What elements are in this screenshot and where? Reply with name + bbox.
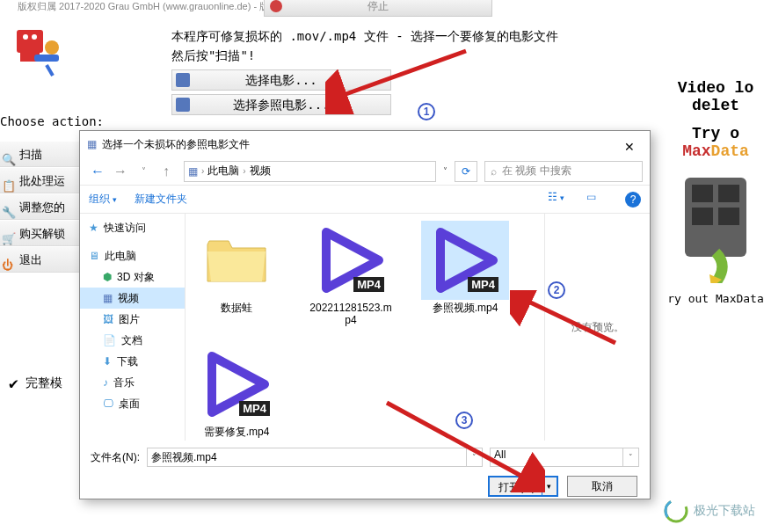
sidebar-adjust[interactable]: 🔧调整您的 (0, 193, 79, 220)
filetype-filter[interactable]: All ˅ (490, 448, 639, 467)
chevron-down-icon: ▾ (113, 195, 117, 204)
nav-videos[interactable]: ▦视频 (80, 288, 185, 309)
no-preview-text: 没有预览。 (571, 320, 624, 335)
close-button[interactable]: ✕ (616, 134, 643, 155)
watermark: 极光下载站 (664, 499, 755, 523)
instruction-line-1: 本程序可修复损坏的 .mov/.mp4 文件 - 选择一个要修复的电影文件 (171, 26, 558, 46)
dialog-nav-bar: ← → ˅ ↑ ▦ › 此电脑 › 视频 ˅ ⟳ ⌕ 在 视频 中搜索 (80, 157, 650, 186)
nav-forward-button[interactable]: → (110, 161, 131, 182)
chevron-down-icon[interactable]: ˅ (443, 166, 447, 176)
star-icon: ★ (89, 222, 98, 234)
svg-rect-8 (692, 185, 713, 202)
music-icon: ♪ (103, 376, 108, 389)
organize-menu[interactable]: 组织 ▾ (89, 192, 117, 207)
crumb-videos[interactable]: 视频 (250, 164, 271, 179)
svg-rect-10 (692, 208, 713, 225)
instruction-line-2: 然后按"扫描"! (171, 46, 558, 65)
mp4-icon: MP4 (316, 225, 386, 295)
svg-point-1 (23, 34, 28, 40)
dialog-footer: 文件名(N): 参照视频.mp4 ˅ All ˅ 打开(O) 取消 (80, 441, 650, 500)
file-name-label: 数据蛙 (193, 302, 280, 314)
nav-pictures[interactable]: 🖼图片 (80, 309, 185, 330)
file-list-pane[interactable]: 数据蛙 MP4 202211281523.mp4 MP4 参照视频.mp4 MP… (186, 214, 544, 441)
svg-point-5 (45, 40, 59, 55)
film-icon: ▦ (188, 165, 198, 178)
file-name-label: 参照视频.mp4 (421, 302, 509, 314)
dialog-titlebar: ▦ 选择一个未损坏的参照电影文件 ✕ (80, 131, 650, 157)
aurora-logo-icon (664, 499, 688, 523)
breadcrumb-bar[interactable]: ▦ › 此电脑 › 视频 (184, 161, 436, 182)
open-button[interactable]: 打开(O) (488, 476, 558, 497)
full-mode-label: 完整模 (25, 375, 62, 391)
filename-input[interactable]: 参照视频.mp4 ˅ (147, 448, 483, 467)
check-icon: ✔ (9, 374, 18, 392)
app-logo (13, 26, 66, 79)
preview-pane: 没有预览。 (544, 214, 650, 441)
stop-button[interactable]: 停止 (264, 0, 492, 17)
sidebar-scan[interactable]: 🔍扫描 (0, 141, 79, 167)
download-icon: ⬇ (103, 355, 112, 368)
chevron-down-icon[interactable]: ˅ (622, 448, 638, 466)
film-icon (176, 73, 190, 87)
cancel-button[interactable]: 取消 (567, 476, 637, 497)
svg-rect-4 (34, 55, 59, 62)
select-reference-movie-button[interactable]: 选择参照电影... (171, 94, 391, 115)
nav-desktop[interactable]: 🖵桌面 (80, 393, 185, 414)
nav-back-button[interactable]: ← (87, 161, 108, 182)
crumb-this-pc[interactable]: 此电脑 (207, 164, 239, 179)
chevron-right-icon: › (243, 166, 245, 176)
step-badge-2: 2 (548, 281, 565, 299)
nav-documents[interactable]: 📄文档 (80, 330, 185, 351)
nav-quick-access[interactable]: ★快速访问 (80, 217, 185, 238)
dialog-toolbar: 组织 ▾ 新建文件夹 ☷ ▾ ▭ ? (80, 186, 650, 214)
stop-icon (270, 0, 282, 12)
instructions: 本程序可修复损坏的 .mov/.mp4 文件 - 选择一个要修复的电影文件 然后… (171, 26, 558, 115)
action-sidebar: 🔍扫描 📋批处理运 🔧调整您的 🛒购买解锁 ⏻退出 (0, 141, 79, 273)
video-file-item-selected[interactable]: MP4 参照视频.mp4 (421, 221, 509, 327)
pc-icon: 🖥 (89, 250, 99, 262)
select-movie-button[interactable]: 选择电影... (171, 69, 391, 91)
nav-3d-objects[interactable]: ⬢3D 对象 (80, 266, 185, 288)
new-folder-button[interactable]: 新建文件夹 (135, 192, 187, 207)
nav-this-pc[interactable]: 🖥此电脑 (80, 245, 185, 266)
document-icon: 📄 (103, 334, 116, 346)
svg-rect-0 (17, 30, 43, 53)
preview-pane-button[interactable]: ▭ (586, 191, 608, 208)
nav-music[interactable]: ♪音乐 (80, 372, 185, 393)
video-file-item[interactable]: MP4 202211281523.mp4 (307, 221, 395, 327)
search-icon: 🔍 (2, 147, 16, 161)
folder-item[interactable]: 数据蛙 (193, 221, 280, 327)
film-reel-icon (676, 169, 755, 283)
nav-downloads[interactable]: ⬇下载 (80, 351, 185, 372)
mp4-icon: MP4 (201, 349, 272, 419)
filename-label: 文件名(N): (91, 450, 140, 465)
help-button[interactable]: ? (625, 192, 641, 208)
list-icon: 📋 (2, 173, 16, 187)
sidebar-batch[interactable]: 📋批处理运 (0, 167, 79, 193)
search-icon: ⌕ (491, 165, 497, 178)
file-name-label: 需要修复.mp4 (193, 426, 280, 438)
navigation-pane: ★快速访问 🖥此电脑 ⬢3D 对象 ▦视频 🖼图片 📄文档 ⬇下载 ♪音乐 🖵桌… (80, 214, 186, 441)
mp4-icon: MP4 (430, 225, 500, 295)
sidebar-exit[interactable]: ⏻退出 (0, 246, 79, 273)
view-options-button[interactable]: ☷ ▾ (548, 191, 569, 208)
video-file-item[interactable]: MP4 需要修复.mp4 (193, 345, 280, 438)
copyright-text: 版权归属 2017-2020 Grau GmbH (www.grauonline… (18, 0, 279, 13)
search-input[interactable]: ⌕ 在 视频 中搜索 (484, 161, 643, 182)
choose-action-label: Choose action: (0, 114, 104, 128)
sidebar-purchase[interactable]: 🛒购买解锁 (0, 220, 79, 246)
full-mode-checkbox[interactable]: ✔ 完整模 (9, 374, 62, 392)
chevron-right-icon: › (201, 166, 204, 176)
refresh-button[interactable]: ⟳ (455, 161, 477, 182)
dialog-body: ★快速访问 🖥此电脑 ⬢3D 对象 ▦视频 🖼图片 📄文档 ⬇下载 ♪音乐 🖵桌… (80, 214, 650, 441)
ad-try: Try o (667, 125, 764, 142)
svg-rect-6 (45, 64, 54, 77)
nav-up-button[interactable]: ↑ (156, 161, 177, 182)
file-name-label: 202211281523.mp4 (307, 302, 395, 327)
chevron-down-icon[interactable]: ˅ (466, 448, 482, 466)
desktop-icon: 🖵 (103, 397, 113, 410)
svg-rect-9 (718, 185, 739, 202)
nav-recent-button[interactable]: ˅ (133, 161, 154, 182)
cart-icon: 🛒 (2, 226, 16, 240)
film-icon: ▦ (87, 131, 97, 157)
